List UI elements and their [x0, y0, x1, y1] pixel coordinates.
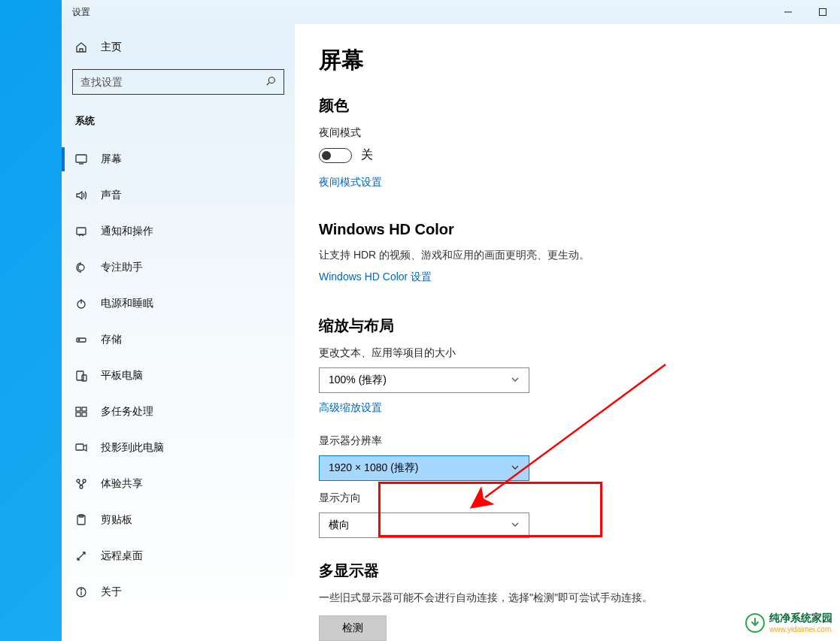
sidebar-item-label: 体验共享	[101, 477, 143, 491]
main-panel: 屏幕 颜色 夜间模式 关 夜间模式设置 Windows HD Color 让支持…	[295, 24, 840, 641]
svg-point-18	[77, 479, 80, 482]
home-icon	[75, 41, 87, 53]
resolution-value: 1920 × 1080 (推荐)	[329, 461, 418, 475]
sound-icon	[75, 189, 87, 201]
sidebar-item-label: 投影到此电脑	[101, 441, 164, 455]
sidebar-item-tablet[interactable]: 平板电脑	[62, 358, 295, 394]
detect-button[interactable]: 检测	[319, 615, 387, 641]
remote-icon	[75, 550, 87, 562]
about-icon	[75, 586, 87, 598]
tablet-icon	[75, 370, 87, 382]
detect-button-label: 检测	[342, 621, 363, 635]
sidebar-item-label: 电源和睡眠	[101, 297, 153, 310]
sidebar-item-clipboard[interactable]: 剪贴板	[62, 502, 295, 538]
night-mode-label: 夜间模式	[319, 126, 825, 140]
project-icon	[75, 442, 87, 454]
night-mode-toggle-row: 关	[319, 147, 825, 163]
hd-settings-link[interactable]: Windows HD Color 设置	[319, 271, 432, 284]
sidebar-item-storage[interactable]: 存储	[62, 322, 295, 358]
multi-display-heading: 多显示器	[319, 561, 825, 581]
text-size-label: 更改文本、应用等项目的大小	[319, 346, 825, 360]
minimize-button[interactable]	[771, 0, 805, 24]
sidebar: 主页 系统 屏幕 声音 通知和操作	[62, 24, 295, 641]
chevron-down-icon	[511, 374, 520, 386]
sidebar-item-notifications[interactable]: 通知和操作	[62, 213, 295, 249]
night-mode-toggle[interactable]	[319, 148, 352, 163]
svg-rect-11	[77, 371, 83, 380]
sidebar-item-label: 通知和操作	[101, 225, 153, 238]
home-label: 主页	[101, 41, 122, 54]
watermark: 纯净系统家园 www.yidaimei.com	[745, 612, 832, 633]
window-title: 设置	[72, 6, 90, 19]
sidebar-item-multitask[interactable]: 多任务处理	[62, 394, 295, 430]
hd-desc: 让支持 HDR 的视频、游戏和应用的画面更明亮、更生动。	[319, 249, 825, 262]
focus-icon	[75, 262, 87, 274]
maximize-button[interactable]	[805, 0, 840, 24]
watermark-sub: www.yidaimei.com	[769, 625, 832, 633]
sidebar-item-sound[interactable]: 声音	[62, 177, 295, 213]
sidebar-item-label: 多任务处理	[101, 405, 153, 419]
sidebar-item-label: 存储	[101, 333, 122, 346]
svg-rect-15	[76, 413, 80, 416]
chevron-down-icon	[511, 462, 520, 474]
svg-rect-6	[77, 228, 86, 234]
orientation-label: 显示方向	[319, 491, 825, 505]
sidebar-item-label: 声音	[101, 189, 122, 202]
svg-rect-16	[82, 413, 86, 416]
orientation-value: 横向	[329, 519, 350, 532]
sidebar-item-label: 专注助手	[101, 261, 143, 274]
watermark-text: 纯净系统家园	[769, 612, 832, 624]
settings-window: 设置 主页 系统	[62, 0, 840, 641]
sidebar-item-power[interactable]: 电源和睡眠	[62, 286, 295, 322]
storage-icon	[75, 334, 87, 346]
night-mode-settings-link[interactable]: 夜间模式设置	[319, 176, 382, 189]
svg-point-19	[83, 479, 86, 482]
advanced-scale-link[interactable]: 高级缩放设置	[319, 401, 382, 415]
color-heading: 颜色	[319, 95, 825, 116]
display-icon	[75, 153, 87, 165]
sidebar-item-remote[interactable]: 远程桌面	[62, 538, 295, 574]
svg-point-25	[80, 589, 81, 590]
night-mode-state: 关	[361, 147, 373, 163]
sidebar-item-project[interactable]: 投影到此电脑	[62, 430, 295, 466]
sidebar-item-label: 屏幕	[101, 153, 122, 166]
sidebar-item-display[interactable]: 屏幕	[62, 141, 295, 177]
sidebar-item-label: 远程桌面	[101, 549, 143, 563]
watermark-text-block: 纯净系统家园 www.yidaimei.com	[769, 612, 832, 633]
power-icon	[75, 298, 87, 310]
multi-display-desc: 一些旧式显示器可能不会进行自动连接，选择"检测"即可尝试手动连接。	[319, 591, 825, 605]
svg-rect-14	[82, 407, 86, 411]
svg-rect-13	[76, 407, 80, 411]
text-size-dropdown[interactable]: 100% (推荐)	[319, 367, 529, 393]
content-area: 主页 系统 屏幕 声音 通知和操作	[62, 24, 840, 641]
hd-heading: Windows HD Color	[319, 221, 825, 238]
sidebar-item-label: 关于	[101, 585, 122, 599]
search-box[interactable]	[72, 69, 284, 95]
svg-rect-17	[76, 444, 83, 450]
orientation-dropdown[interactable]: 横向	[319, 512, 529, 538]
search-input[interactable]	[80, 76, 237, 88]
notifications-icon	[75, 225, 87, 237]
resolution-dropdown[interactable]: 1920 × 1080 (推荐)	[319, 455, 529, 481]
home-button[interactable]: 主页	[62, 33, 295, 62]
clipboard-icon	[75, 514, 87, 526]
chevron-down-icon	[511, 519, 520, 531]
sidebar-item-label: 剪贴板	[101, 513, 132, 527]
multitask-icon	[75, 406, 87, 418]
resolution-label: 显示器分辨率	[319, 434, 825, 448]
titlebar: 设置	[62, 0, 840, 24]
sidebar-item-focus[interactable]: 专注助手	[62, 249, 295, 286]
search-icon	[265, 76, 276, 89]
sidebar-item-shared[interactable]: 体验共享	[62, 466, 295, 502]
svg-rect-1	[820, 9, 826, 16]
sidebar-item-label: 平板电脑	[101, 369, 143, 382]
watermark-logo-icon	[745, 613, 765, 633]
section-label: 系统	[62, 108, 295, 141]
svg-point-2	[268, 77, 274, 83]
svg-point-20	[80, 485, 83, 488]
window-controls	[771, 0, 840, 24]
shared-icon	[75, 478, 87, 490]
sidebar-item-about[interactable]: 关于	[62, 574, 295, 610]
scale-heading: 缩放与布局	[319, 316, 825, 336]
svg-line-3	[267, 82, 270, 85]
